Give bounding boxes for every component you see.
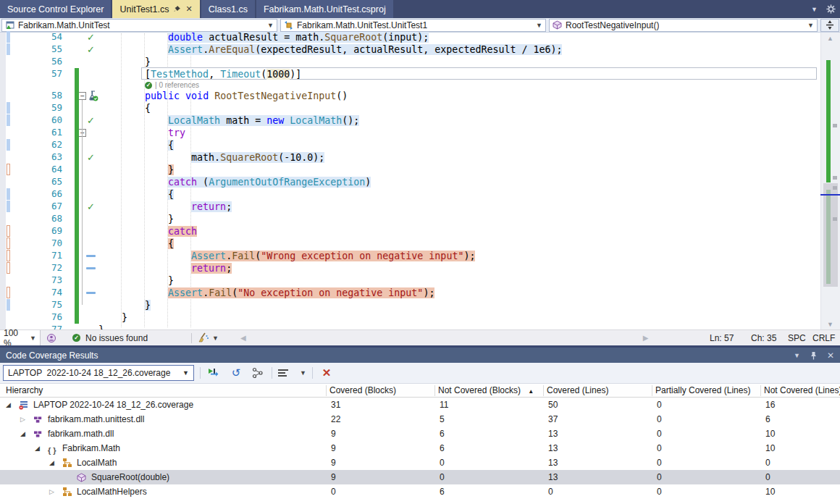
code-line-76[interactable]: } [98, 311, 127, 324]
feedback-icon[interactable] [46, 333, 56, 343]
class-dropdown[interactable]: Fabrikam.Math.UnitTest.UnitTest1 ▼ [280, 19, 546, 32]
remove-results-button[interactable]: ✕ [319, 365, 335, 381]
coverage-row-fabrikam-math-unittest-dll[interactable]: ▷fabrikam.math.unittest.dll2253706 [0, 412, 840, 427]
column-header-not-covered-lines-[interactable]: Not Covered (Lines) [764, 384, 840, 398]
scroll-down-icon[interactable]: ▼ [820, 319, 840, 329]
code-line-56[interactable]: } [98, 56, 151, 68]
coverage-row-localmath[interactable]: ◢LocalMath901300 [0, 455, 840, 470]
indent-mode-indicator[interactable]: SPC [788, 333, 806, 343]
close-icon[interactable]: ✕ [186, 5, 193, 13]
code-line-65[interactable]: catch (ArgumentOutOfRangeException) [98, 176, 371, 188]
editor-status-bar: 100 % ▼ ✓ No issues found ▼ ◀ ▶ Ln: 57 C… [0, 329, 840, 345]
hscroll-right-icon[interactable]: ▶ [643, 334, 649, 342]
coverage-margin-mark [7, 299, 10, 311]
tab-source-control-explorer[interactable]: Source Control Explorer [0, 0, 111, 18]
pin-icon[interactable] [174, 5, 182, 13]
tab-unittest1-cs[interactable]: UnitTest1.cs✕ [112, 0, 199, 18]
chevron-down-icon: ▼ [182, 369, 189, 377]
tab-fabrikam-math-unittest-csproj[interactable]: Fabrikam.Math.UnitTest.csproj [256, 0, 393, 18]
code-line-59[interactable]: { [98, 102, 151, 114]
code-line-54[interactable]: double actualResult = math.SquareRoot(in… [98, 31, 429, 43]
line-number: 69 [42, 225, 62, 236]
code-line-70[interactable]: { [98, 238, 174, 250]
collapse-icon[interactable]: ◢ [49, 455, 54, 470]
code-line-72[interactable]: return; [98, 262, 232, 274]
code-line-71[interactable]: Assert.Fail("Wrong exception on negative… [98, 250, 475, 262]
collapse-icon[interactable]: ◢ [35, 441, 40, 455]
code-line-63[interactable]: math.SquareRoot(-10.0); [98, 151, 324, 164]
test-method-icon[interactable] [88, 91, 98, 104]
tab-class1-cs[interactable]: Class1.cs [201, 0, 255, 18]
collapse-icon[interactable]: ◢ [20, 427, 25, 441]
tab-label: UnitTest1.cs [119, 4, 169, 14]
code-line-69[interactable]: catch [98, 225, 197, 238]
code-line-66[interactable]: { [98, 188, 174, 201]
code-cleanup-broom-icon[interactable] [198, 332, 209, 343]
code-line-64[interactable]: } [98, 164, 174, 176]
expand-icon[interactable]: ▷ [49, 484, 54, 499]
line-number: 71 [42, 250, 62, 261]
coverage-row-fabrikam-math[interactable]: ◢{ }Fabrikam.Math9613010 [0, 441, 840, 455]
chevron-down-icon[interactable]: ▼ [300, 369, 306, 377]
column-indicator[interactable]: Ch: 35 [751, 333, 776, 343]
show-coverage-coloring-button[interactable] [206, 365, 222, 381]
code-line-62[interactable]: { [98, 139, 174, 151]
chevron-down-icon[interactable]: ▼ [212, 335, 219, 342]
coverage-row-laptop-2022-10-24-18-12-26-coverage[interactable]: ◢LAPTOP 2022-10-24 18_12_26.coverage3111… [0, 398, 840, 412]
hscroll-left-icon[interactable]: ◀ [240, 334, 246, 342]
code-line-57[interactable]: [TestMethod, Timeout(1000)] [98, 68, 301, 80]
scroll-up-icon[interactable]: ▲ [820, 33, 840, 43]
code-line-55[interactable]: Assert.AreEqual(expectedResult, actualRe… [98, 43, 562, 56]
scrollbar-thumb[interactable] [823, 183, 838, 287]
expand-icon[interactable]: ▷ [20, 412, 25, 427]
collapse-icon[interactable]: ◢ [6, 398, 11, 412]
eol-indicator[interactable]: CRLF [812, 333, 835, 343]
column-header-partially-covered-lines-[interactable]: Partially Covered (Lines) [655, 384, 750, 398]
merge-results-button[interactable] [250, 365, 266, 381]
line-number: 59 [42, 102, 62, 113]
project-dropdown[interactable]: Fabrikam.Math.UnitTest ▼ [1, 19, 277, 32]
coverage-row-label: fabrikam.math.unittest.dll [48, 412, 144, 427]
coverage-result-dropdown[interactable]: LAPTOP 2022-10-24 18_12_26.coverage ▼ [3, 365, 194, 381]
coverage-row-fabrikam-math-dll[interactable]: ◢fabrikam.math.dll9613010 [0, 427, 840, 441]
member-dropdown[interactable]: RootTestNegativeInput() ▼ [549, 19, 818, 32]
close-icon[interactable]: ✕ [827, 350, 834, 361]
window-position-icon[interactable]: ▼ [794, 352, 800, 359]
column-header-covered-blocks-[interactable]: Covered (Blocks) [329, 384, 396, 398]
code-line-75[interactable]: } [98, 299, 151, 311]
code-line-61[interactable]: try [98, 127, 185, 139]
code-line-68[interactable]: } [98, 213, 174, 225]
coverage-margin-mark [7, 287, 10, 298]
coverage-row-label: Fabrikam.Math [62, 441, 120, 455]
split-window-button[interactable] [820, 19, 839, 32]
pin-icon[interactable] [810, 351, 817, 360]
remove-results-icon: ✕ [322, 366, 332, 379]
columns-button[interactable] [278, 365, 294, 381]
code-line-67[interactable]: return; [98, 201, 232, 213]
scrollbar-annotation [833, 186, 837, 190]
gear-icon[interactable] [826, 4, 836, 14]
coverage-margin-mark [7, 102, 10, 114]
coverage-row-localmathhelpers[interactable]: ▷LocalMathHelpers060010 [0, 484, 840, 499]
coverage-row-squareroot-double-[interactable]: SquareRoot(double)901300 [0, 470, 840, 484]
code-line-74[interactable]: Assert.Fail("No exception on negative in… [98, 287, 434, 299]
method-icon [553, 20, 562, 30]
line-indicator[interactable]: Ln: 57 [710, 333, 734, 343]
export-results-button[interactable]: ↺ [228, 365, 244, 381]
coverage-panel-title-bar[interactable]: Code Coverage Results ▼ ✕ [0, 348, 840, 363]
codelens-references[interactable]: | 0 references [155, 81, 199, 89]
covered-check-icon: ✓ [87, 201, 95, 212]
column-header-not-covered-blocks-[interactable]: Not Covered (Blocks) ▲ [438, 384, 534, 398]
column-header-covered-lines-[interactable]: Covered (Lines) [547, 384, 608, 398]
coverage-value: 10 [765, 441, 775, 455]
code-line-73[interactable]: } [98, 274, 174, 287]
code-line-58[interactable]: public void RootTestNegativeInput() [98, 90, 348, 102]
code-line-60[interactable]: LocalMath math = new LocalMath(); [98, 114, 359, 127]
column-header-hierarchy[interactable]: Hierarchy [6, 384, 43, 398]
fold-collapse-icon[interactable]: − [78, 92, 86, 100]
chevron-down-icon[interactable]: ▼ [811, 6, 818, 13]
coverage-table-header: HierarchyCovered (Blocks)Not Covered (Bl… [0, 384, 840, 398]
issues-status[interactable]: No issues found [85, 333, 148, 343]
line-number: 57 [42, 68, 62, 79]
zoom-dropdown[interactable]: 100 % ▼ [0, 330, 41, 346]
